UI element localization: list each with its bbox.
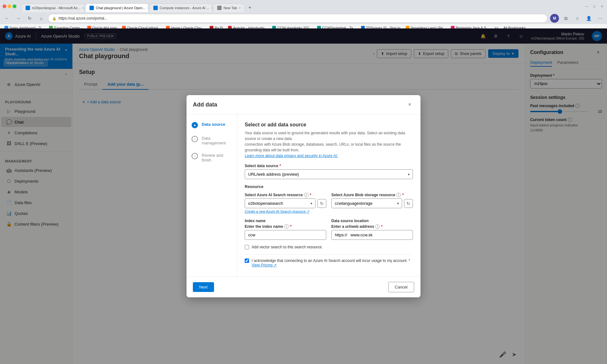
select-datasource-label: Select data source * [245,164,413,168]
azure-blob-field-action: ccwlanguagestorage ↻ [331,198,413,208]
step-review-finish: ○ Review and finish [192,153,232,162]
modal-description: Your data source is used to ground the g… [245,130,413,159]
modal-title: Add data [193,101,217,108]
tab-close-btn[interactable]: × [239,6,241,10]
refresh-btn[interactable]: ↻ [25,14,34,23]
acknowledge-text: I acknowledge that connecting to an Azur… [252,258,413,267]
modal-steps: ● Data source ○ Data management ○ Review… [187,114,237,276]
close-window-btn[interactable]: × [599,4,604,9]
index-name-section-label: Index name [245,219,326,223]
modal-content: Select or add data source Your data sour… [237,114,420,276]
create-search-link[interactable]: Create a new Azure AI Search resource ↗ [245,209,326,214]
profile-btn[interactable]: M [550,14,559,23]
modal-desc-line2: connection with Azure Blob storage, data… [245,142,401,152]
browser-tab-new[interactable]: New Tab × [213,3,245,12]
step-label-review-finish: Review and finish [202,153,232,162]
browser-tab-compute[interactable]: Compute instances - Azure AI ... × [149,3,212,12]
azure-search-refresh-btn[interactable]: ↻ [317,199,326,208]
modal-desc-line1: Your data source is used to ground the g… [245,131,405,141]
step-circle-2: ○ [192,136,198,142]
favorites-btn[interactable]: ☆ [573,14,582,23]
url-input[interactable] [331,230,413,240]
extensions-btn[interactable]: ⧉ [561,14,570,23]
azure-blob-group: Select Azure Blob storage resource i * c… [331,193,413,214]
required-star: * [310,193,311,197]
browser-menu-btn[interactable]: ⋯ [596,14,604,23]
tab-favicon [89,6,94,10]
azure-blob-label: Select Azure Blob storage resource i * [331,193,413,197]
url-info-icon[interactable]: i [375,224,380,229]
tab-favicon [153,6,158,10]
browser-chrome: m24poclangoai - Microsoft Az... × Chat p… [0,0,607,28]
required-star: * [381,224,383,229]
select-datasource-group: Select data source * URL/web address (pr… [245,164,413,179]
browser-tab-m24[interactable]: m24poclangoai - Microsoft Az... × [21,3,85,12]
index-name-info-icon[interactable]: i [284,224,289,229]
azure-search-select-wrapper: o2botopenaisearch [245,198,316,208]
azure-search-select[interactable]: o2botopenaisearch [245,198,316,208]
azure-blob-refresh-btn[interactable]: ↻ [404,199,413,208]
step-data-management: ○ Data management [192,136,232,145]
azure-search-group: Select Azure AI Search resource i * o2bo… [245,193,326,214]
cancel-btn[interactable]: Cancel [388,282,414,292]
index-location-row: Index name Enter the index name i * Data… [245,219,413,240]
datasource-location-group: Data source location Enter a url/web add… [331,219,413,240]
modal-header: Add data × [187,95,420,114]
url-field-label: Enter a url/web address i * [331,224,413,229]
azure-blob-select[interactable]: ccwlanguagestorage [331,198,402,208]
resource-section-label: Resource [245,184,413,189]
tab-label: Compute instances - Azure AI ... [160,6,209,10]
user-profile-btn[interactable]: 👤 [584,14,593,23]
tab-label: New Tab [224,6,237,10]
vector-search-checkbox[interactable] [245,245,249,249]
tab-favicon [26,6,30,10]
modal-overlay[interactable]: Add data × ● Data source ○ Data manageme… [0,28,607,364]
back-btn[interactable]: ← [3,14,11,23]
tab-close-btn[interactable]: × [211,6,212,10]
window-controls-right: ─ □ × [584,4,604,9]
azure-search-field-action: o2botopenaisearch ↻ [245,198,326,208]
resource-form-row: Select Azure AI Search resource i * o2bo… [245,193,413,214]
next-btn[interactable]: Next [193,282,214,292]
datasource-location-label: Data source location [331,219,413,223]
step-label-data-management: Data management [202,136,232,145]
tab-bar: m24poclangoai - Microsoft Az... × Chat p… [19,1,257,12]
index-name-field-label: Enter the index name i * [245,224,326,229]
refresh-icon: ↻ [320,201,324,206]
required-star: * [290,224,291,229]
refresh-icon: ↻ [407,201,410,206]
modal-section-title: Select or add data source [245,122,413,128]
window-maximize-btn[interactable] [13,4,16,8]
browser-window-controls [3,4,16,8]
address-text[interactable]: https://oai.azure.com/portal... [58,16,107,21]
step-circle-3: ○ [192,153,198,159]
required-star: * [402,193,404,197]
forward-btn[interactable]: → [14,14,23,23]
azure-blob-info-icon[interactable]: i [396,193,401,197]
tab-label: m24poclangoai - Microsoft Az... [32,6,80,10]
required-star: * [279,164,281,168]
tab-close-btn[interactable]: × [82,6,84,10]
minimize-window-btn[interactable]: ─ [584,4,589,9]
window-close-btn[interactable] [3,4,6,8]
index-name-group: Index name Enter the index name i * [245,219,326,240]
datasource-select[interactable]: URL/web address (preview) [245,169,413,179]
restore-window-btn[interactable]: □ [592,4,597,9]
acknowledge-row: I acknowledge that connecting to an Azur… [245,254,413,271]
index-name-input[interactable] [245,230,326,240]
view-pricing-link[interactable]: View Pricing ↗ [252,263,277,267]
window-minimize-btn[interactable] [8,4,11,8]
azure-blob-select-wrapper: ccwlanguagestorage [331,198,402,208]
modal-close-btn[interactable]: × [405,100,414,109]
learn-more-link[interactable]: Learn more about data privacy and securi… [245,154,338,158]
acknowledge-checkbox[interactable] [245,258,249,263]
home-btn[interactable]: ⌂ [37,14,46,23]
step-circle-1: ● [192,122,198,128]
step-data-source: ● Data source [192,122,232,128]
address-bar[interactable]: 🔒 https://oai.azure.com/portal... [48,14,548,23]
tab-close-btn[interactable]: × [147,6,149,10]
azure-search-info-icon[interactable]: i [304,193,309,197]
browser-tab-chat[interactable]: Chat playground | Azure Open... × [85,3,149,12]
new-tab-button[interactable]: + [245,3,254,12]
required-star: * [408,258,410,263]
